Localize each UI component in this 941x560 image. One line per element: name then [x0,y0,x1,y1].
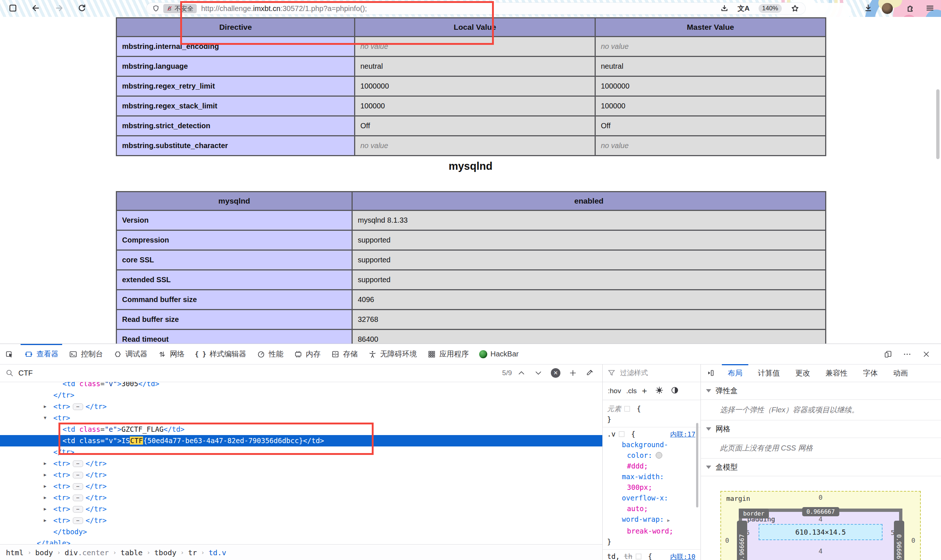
extensions-puzzle-button[interactable] [906,3,915,14]
forward-button[interactable] [54,3,64,14]
expand-arrow-icon[interactable]: ▶ [44,469,46,481]
security-chip[interactable]: 不安全 [163,4,197,13]
selector-highlight-icon[interactable] [625,406,630,412]
markup-line[interactable]: ▶<tr>⋯</tr> [0,469,602,481]
markup-line[interactable]: ▶<tr>⋯</tr> [0,458,602,469]
collapsed-content-badge[interactable]: ⋯ [73,403,83,410]
border-right-value[interactable]: 0.966667 [894,521,904,560]
pick-element-button[interactable] [0,344,19,364]
breadcrumb-item-td[interactable]: td.v [208,548,226,557]
markup-line[interactable]: ▶<tr>⋯</tr> [0,481,602,492]
breadcrumb-item-tr[interactable]: tr [188,548,197,557]
pseudo-class-button[interactable]: :hov [608,387,621,395]
tab-application[interactable]: 应用程序 [422,344,474,364]
collapsed-content-badge[interactable]: ⋯ [73,495,83,501]
markup-line[interactable]: ▶<tr>⋯</tr> [0,401,602,412]
border-top-value[interactable]: 0.966667 [802,507,839,516]
sidebar-tab-更改[interactable]: 更改 [788,364,818,382]
markup-line[interactable]: </tbody> [0,526,602,538]
markup-line[interactable]: </tr> [0,446,602,458]
save-page-icon[interactable] [720,4,729,13]
back-button[interactable] [31,3,40,14]
margin-top-value[interactable]: 0 [819,494,822,501]
padding-top-value[interactable]: 4 [819,515,822,523]
breadcrumb-item-tbody[interactable]: tbody [154,548,176,557]
profile-avatar[interactable] [882,3,893,14]
grid-section-header[interactable]: 网格 [701,420,941,438]
style-filter-input[interactable] [619,369,687,377]
search-next-button[interactable] [534,369,543,377]
menu-hamburger-button[interactable] [925,3,935,14]
sidebar-tab-兼容性[interactable]: 兼容性 [818,364,855,382]
responsive-design-button[interactable] [884,350,892,358]
expand-arrow-icon[interactable]: ▶ [44,401,46,412]
tab-network[interactable]: 网络 [153,344,190,364]
margin-left-value[interactable]: 0 [725,537,729,544]
color-scheme-icon[interactable] [670,386,679,397]
tab-debugger[interactable]: 调试器 [108,344,153,364]
css-property-name[interactable]: overflow-x: [603,493,700,503]
border-left-value[interactable]: 0.966667 [737,521,747,560]
rule-selector[interactable]: td [607,552,616,560]
search-prev-button[interactable] [517,369,526,377]
collapsed-content-badge[interactable]: ⋯ [73,472,83,478]
sidebar-tab-字体[interactable]: 字体 [855,364,885,382]
sidebar-tab-计算值[interactable]: 计算值 [750,364,788,382]
light-theme-icon[interactable] [655,386,664,397]
markup-line[interactable]: </table> [0,538,602,544]
expand-arrow-icon[interactable]: ▶ [44,481,46,492]
breadcrumb-item-body[interactable]: body [35,548,53,557]
margin-right-value[interactable]: 0 [911,537,915,544]
padding-bottom-value[interactable]: 4 [819,547,822,555]
bookmark-star-icon[interactable] [791,4,799,13]
url-bar[interactable]: 不安全 http://challenge.imxbt.cn:30572/1.ph… [147,3,805,14]
css-property-name[interactable]: max-width: [603,471,700,482]
selector-highlight-icon[interactable] [619,431,625,437]
collapsed-content-badge[interactable]: ⋯ [73,506,83,512]
markup-line-selected[interactable]: <td class="v">ISCTF{50ed4a77-be63-4a47-8… [0,435,602,446]
css-property-value[interactable]: auto; [603,503,700,514]
markup-line[interactable]: </tr> [0,389,602,401]
css-property-name[interactable]: background- [603,440,700,450]
color-swatch[interactable] [656,452,662,458]
breadcrumb-item-html[interactable]: html [6,548,23,557]
page-scrollbar[interactable] [936,89,939,159]
selector-highlight-icon[interactable] [636,554,641,559]
class-toggle-button[interactable]: .cls [626,387,637,395]
expand-arrow-icon[interactable]: ▶ [44,458,46,469]
rule-selector[interactable]: , [616,552,624,560]
search-clear-button[interactable]: ✕ [551,368,560,378]
expand-arrow-icon[interactable]: ▶ [44,503,46,515]
tab-accessibility[interactable]: 无障碍环境 [363,344,422,364]
expand-arrow-icon[interactable]: ▶ [44,492,46,503]
collapsed-content-badge[interactable]: ⋯ [73,460,83,467]
css-property-value[interactable]: break-word; [603,526,700,537]
tab-style-editor[interactable]: { }样式编辑器 [190,344,251,364]
url-text[interactable]: http://challenge.imxbt.cn:30572/1.php?a=… [201,5,367,13]
markup-line[interactable]: ▶<tr>⋯</tr> [0,503,602,515]
devtools-close-button[interactable] [922,350,931,358]
breadcrumb-item-table[interactable]: table [120,548,143,557]
zoom-level-badge[interactable]: 140% [759,4,782,13]
tab-overview-button[interactable] [8,3,18,14]
tab-storage[interactable]: 存储 [326,344,363,364]
collapsed-content-badge[interactable]: ⋯ [73,483,83,490]
breadcrumb-item-div[interactable]: div.center [65,548,109,557]
expand-arrow-icon[interactable]: ▶ [667,518,669,523]
markup-line[interactable]: ▶<tr>⋯</tr> [0,492,602,503]
css-property-name[interactable]: word-wrap:▶ [603,514,700,526]
add-rule-button[interactable] [569,369,577,377]
downloads-button[interactable] [864,3,873,14]
boxmodel-section-header[interactable]: 盒模型 [701,458,941,476]
devtools-menu-button[interactable] [903,350,912,358]
rule-selector[interactable]: .v [607,430,616,438]
stylesheet-source-link[interactable]: 内联:17 [670,429,695,440]
flexbox-section-header[interactable]: 弹性盒 [701,382,941,400]
markup-line[interactable]: ▶<tr>⋯</tr> [0,515,602,526]
translate-icon[interactable]: 文A [737,4,750,13]
markup-line[interactable]: <td class="v">3005</td> [0,382,602,389]
collapsed-content-badge[interactable]: ⋯ [73,517,83,524]
shield-icon[interactable] [152,5,160,12]
new-rule-button[interactable]: + [642,386,647,396]
css-property-value[interactable]: 300px; [603,482,700,493]
